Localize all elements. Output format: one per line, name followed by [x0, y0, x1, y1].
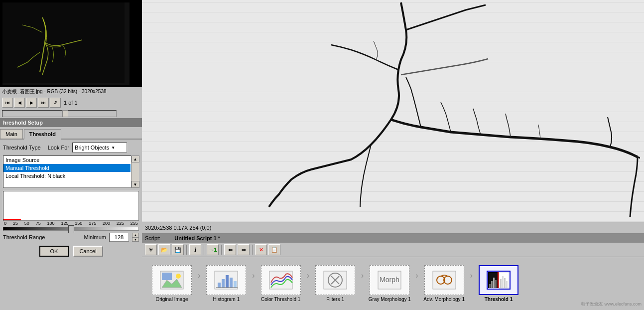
toolbar-stop-button[interactable]: ✕ — [255, 244, 267, 255]
plant-image-svg — [192, 0, 640, 219]
original-image-label: Original Image — [155, 297, 188, 302]
dropdown-arrow-icon: ▼ — [111, 146, 115, 150]
svg-rect-8 — [226, 275, 229, 288]
list-scrollbar: ▲ ▼ — [131, 155, 139, 188]
thumbnail-svg — [2, 2, 125, 83]
svg-point-4 — [176, 274, 181, 279]
nav-last-button[interactable]: ⏭ — [38, 98, 49, 108]
slider-track[interactable] — [2, 110, 117, 117]
threshold-node[interactable] — [479, 265, 518, 295]
status-bar: 3020x2538 0.17X 254 (0,0) — [142, 222, 644, 233]
nav-first-button[interactable]: ⏮ — [2, 98, 13, 108]
spin-down-button[interactable]: ▼ — [132, 237, 139, 242]
watermark: 电子发烧友 www.elecfans.com — [581, 301, 642, 308]
svg-rect-25 — [489, 284, 491, 288]
gray-morphology-label: Gray Morphology 1 — [369, 297, 411, 302]
svg-rect-10 — [234, 281, 237, 288]
svg-rect-7 — [222, 279, 225, 288]
list-item-local-threshold[interactable]: Local Threshold: Niblack — [3, 172, 130, 180]
arrow-5: › — [415, 271, 418, 280]
pipeline-node-color-threshold: Color Threshold 1 — [256, 265, 306, 302]
look-for-dropdown[interactable]: Bright Objects ▼ — [72, 143, 127, 153]
ok-cancel-row: OK Cancel — [3, 246, 139, 257]
page-slider — [0, 109, 142, 118]
scroll-up-button[interactable]: ▲ — [131, 155, 139, 162]
minimum-value-input[interactable] — [109, 233, 129, 242]
svg-rect-32 — [504, 278, 506, 288]
color-threshold-node[interactable] — [261, 265, 301, 295]
filters-icon — [323, 270, 348, 290]
toolbar-open-button[interactable]: 📂 — [158, 244, 170, 255]
arrow-1: › — [198, 271, 200, 280]
nav-prev-button[interactable]: ◀ — [14, 98, 25, 108]
range-slider-container — [3, 227, 139, 231]
spin-buttons: ▲ ▼ — [132, 233, 139, 242]
color-threshold-label: Color Threshold 1 — [261, 297, 300, 302]
toolbar-clipboard-button[interactable]: 📋 — [268, 244, 280, 255]
pipeline-node-adv-morphology: Adv. Morphology 1 — [419, 265, 469, 302]
range-thumb[interactable] — [68, 225, 74, 233]
toolbar-back-button[interactable]: ⬅ — [224, 244, 236, 255]
toolbar-separator-3 — [221, 245, 222, 255]
threshold-setup-title: hreshold Setup — [0, 118, 142, 127]
svg-rect-0 — [2, 2, 125, 83]
page-info: 1 of 1 — [64, 100, 78, 106]
svg-rect-2 — [162, 273, 172, 280]
gray-morphology-node[interactable]: Morph — [370, 265, 409, 295]
adv-morphology-icon — [432, 270, 457, 290]
svg-rect-26 — [491, 281, 493, 288]
adv-morphology-label: Adv. Morphology 1 — [423, 297, 465, 302]
adv-morphology-node[interactable] — [424, 265, 464, 295]
range-track[interactable] — [3, 227, 139, 231]
pipeline-node-filters: Filters 1 — [310, 265, 360, 302]
tabs-container: Main Threshold — [0, 127, 142, 140]
slider-thumb[interactable] — [62, 110, 68, 117]
svg-rect-31 — [502, 276, 504, 288]
thumbnail-image — [2, 2, 129, 85]
list-box-container: Image Source Manual Threshold Local Thre… — [3, 155, 139, 188]
toolbar-run-button[interactable]: →1 — [207, 244, 219, 255]
gray-morphology-icon: Morph — [377, 270, 402, 290]
arrow-4: › — [361, 271, 364, 280]
tab-main[interactable]: Main — [0, 129, 23, 139]
toolbar-info-button[interactable]: ℹ — [189, 244, 201, 255]
original-image-node[interactable] — [152, 265, 192, 295]
arrow-6: › — [470, 271, 473, 280]
look-for-label: Look For — [48, 145, 69, 151]
histogram-node[interactable] — [206, 265, 246, 295]
toolbar-sun-button[interactable]: ☀ — [145, 244, 157, 255]
threshold-range-row: Threshold Range Minimum ▲ ▼ — [3, 233, 139, 242]
list-item-manual-threshold[interactable]: Manual Threshold — [3, 164, 130, 172]
minimum-label: Minimum — [84, 234, 106, 240]
svg-rect-28 — [495, 280, 497, 288]
filters-node[interactable] — [315, 265, 355, 295]
svg-rect-9 — [230, 278, 233, 288]
svg-text:Morph: Morph — [380, 276, 399, 284]
tab-threshold[interactable]: Threshold — [24, 129, 61, 140]
toolbar-save-button[interactable]: 💾 — [172, 244, 184, 255]
threshold-type-row: Threshold Type Look For Bright Objects ▼ — [3, 143, 139, 153]
nav-next-button[interactable]: ▶ — [26, 98, 37, 108]
original-image-icon — [159, 270, 184, 290]
nav-refresh-button[interactable]: ↺ — [50, 98, 61, 108]
scroll-down-button[interactable]: ▼ — [131, 181, 139, 188]
pipeline-node-gray-morphology: Morph Gray Morphology 1 — [365, 265, 414, 302]
list-box[interactable]: Image Source Manual Threshold Local Thre… — [3, 155, 139, 188]
main-image-area — [142, 0, 644, 222]
histogram-red-bar — [3, 219, 21, 220]
svg-rect-30 — [500, 279, 502, 288]
nav-controls: ⏮ ◀ ▶ ⏭ ↺ 1 of 1 — [0, 96, 142, 109]
threshold-range-label: Threshold Range — [3, 234, 45, 240]
spin-up-button[interactable]: ▲ — [132, 233, 139, 237]
ok-button[interactable]: OK — [39, 246, 69, 257]
list-item-image-source[interactable]: Image Source — [3, 156, 130, 164]
threshold-icon — [486, 270, 511, 290]
toolbar-forward-button[interactable]: ➡ — [238, 244, 250, 255]
cancel-button[interactable]: Cancel — [73, 246, 103, 257]
right-area: 3020x2538 0.17X 254 (0,0) Script: Untitl… — [142, 0, 644, 310]
threshold-content: Threshold Type Look For Bright Objects ▼… — [0, 140, 142, 260]
color-threshold-icon — [268, 270, 293, 290]
svg-rect-27 — [493, 278, 495, 288]
threshold-type-label: Threshold Type — [3, 145, 41, 151]
pipeline-node-original: Original Image — [147, 265, 197, 302]
